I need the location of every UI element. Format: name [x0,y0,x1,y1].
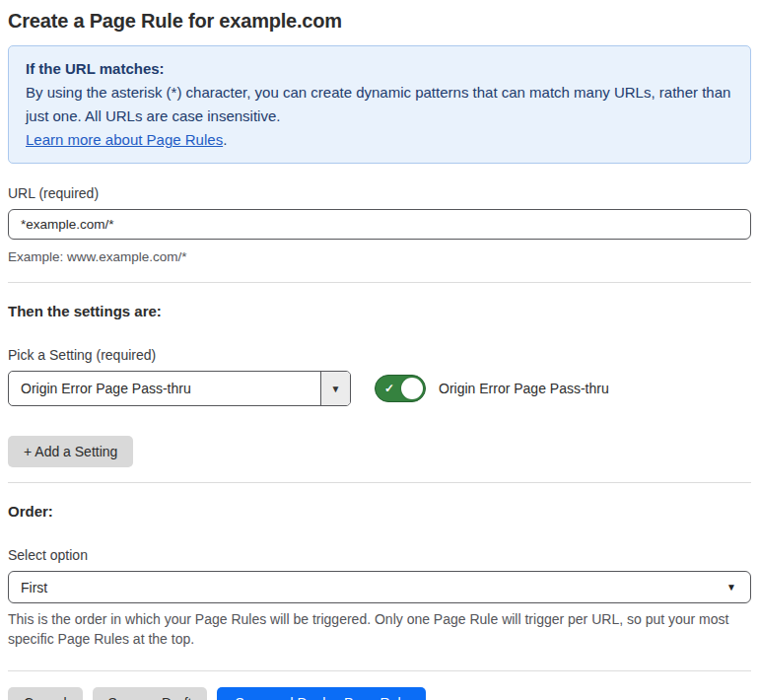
divider [8,670,751,671]
link-suffix: . [223,131,227,148]
setting-select[interactable]: Origin Error Page Pass-thru ▼ [8,371,351,406]
info-box-link-line: Learn more about Page Rules. [26,128,733,152]
toggle-knob [401,378,423,399]
setting-row: Origin Error Page Pass-thru ▼ ✓ Origin E… [8,371,751,406]
add-setting-button[interactable]: + Add a Setting [8,436,133,467]
chevron-down-icon: ▼ [726,582,736,593]
pick-setting-label: Pick a Setting (required) [8,347,751,363]
page-rule-form: Create a Page Rule for example.com If th… [0,10,759,700]
info-box-heading: If the URL matches: [26,57,733,81]
url-label: URL (required) [8,185,751,201]
save-and-deploy-button[interactable]: Save and Deploy Page Rule [217,687,426,700]
order-section-heading: Order: [8,503,751,520]
url-helper-text: Example: www.example.com/* [8,247,751,267]
url-input[interactable] [8,209,751,240]
settings-section-heading: Then the settings are: [8,303,751,319]
order-select[interactable]: First ▼ [8,571,751,603]
footer-actions: Cancel Save as Draft Save and Deploy Pag… [8,687,751,700]
toggle-label: Origin Error Page Pass-thru [439,381,609,396]
origin-error-toggle[interactable]: ✓ [375,375,426,402]
page-title: Create a Page Rule for example.com [8,10,751,33]
select-option-label: Select option [8,547,751,563]
url-match-info-box: If the URL matches: By using the asteris… [8,45,751,164]
order-helper-text: This is the order in which your Page Rul… [8,609,751,649]
order-select-value: First [21,580,47,595]
divider [8,282,751,283]
setting-select-value: Origin Error Page Pass-thru [9,372,320,405]
check-icon: ✓ [384,383,394,394]
chevron-down-icon[interactable]: ▼ [320,372,350,405]
save-as-draft-button[interactable]: Save as Draft [93,687,208,700]
divider [8,482,751,483]
learn-more-link[interactable]: Learn more about Page Rules [26,131,223,148]
cancel-button[interactable]: Cancel [8,687,83,700]
info-box-body: By using the asterisk (*) character, you… [26,81,733,128]
